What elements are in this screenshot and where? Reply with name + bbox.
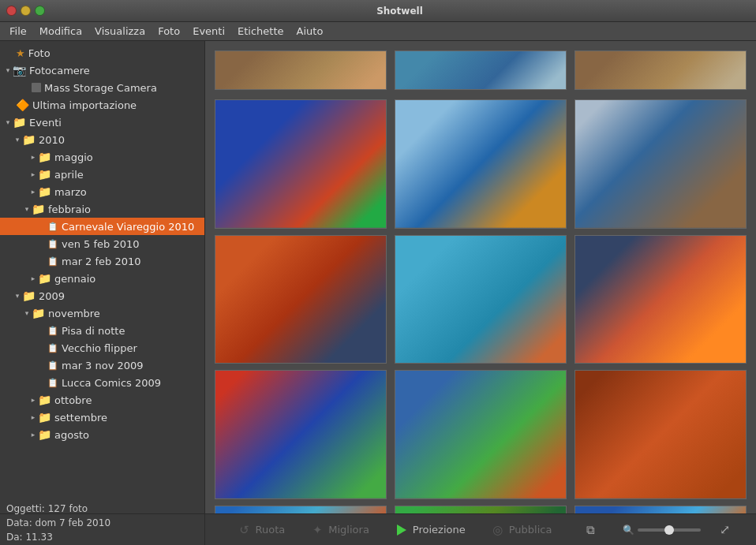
- folder-ottobre-icon: 📁: [38, 394, 51, 406]
- sidebar-item-gennaio[interactable]: 📁 gennaio: [0, 270, 204, 287]
- sidebar-item-maggio[interactable]: 📁 maggio: [0, 148, 204, 166]
- sidebar-item-2010[interactable]: 📁 2010: [0, 131, 204, 148]
- status-tools: ↺ Ruota ✦ Migliora Proiezione ◎ Pubblica…: [205, 521, 756, 539]
- toggle-fotocamere[interactable]: [3, 66, 13, 74]
- sidebar-item-ven5feb[interactable]: 📋 ven 5 feb 2010: [0, 235, 204, 252]
- sidebar-settembre-label: settembre: [54, 412, 107, 424]
- sidebar-item-eventi[interactable]: 📁 Eventi: [0, 114, 204, 131]
- photo-top-1[interactable]: [215, 50, 387, 90]
- foto-icon: ★: [16, 47, 25, 59]
- photo-bottom-1[interactable]: [215, 506, 387, 514]
- toggle-marzo[interactable]: [28, 188, 38, 196]
- photo-thumb-1[interactable]: [215, 99, 387, 229]
- enhance-button[interactable]: ✦ Migliora: [304, 521, 376, 539]
- toggle-aprile[interactable]: [28, 170, 38, 178]
- eventi-icon: 📁: [13, 116, 26, 129]
- photo-top-2[interactable]: [395, 50, 567, 90]
- sidebar-mass-storage-label: Mass Storage Camera: [44, 82, 157, 94]
- photo-area[interactable]: [205, 41, 756, 513]
- photo-thumb-6[interactable]: [574, 235, 747, 364]
- sidebar-item-ottobre[interactable]: 📁 ottobre: [0, 391, 204, 409]
- titlebar: Shotwell: [0, 0, 756, 22]
- menu-etichette[interactable]: Etichette: [231, 24, 290, 39]
- toggle-settembre[interactable]: [28, 413, 38, 421]
- photo-thumb-7[interactable]: [215, 370, 387, 499]
- menu-modifica[interactable]: Modifica: [33, 24, 88, 39]
- copy-icon: ⧉: [583, 523, 597, 537]
- sidebar-item-marzo[interactable]: 📁 marzo: [0, 183, 204, 200]
- menu-foto[interactable]: Foto: [152, 24, 186, 39]
- sidebar-mar3nov-label: mar 3 nov 2009: [62, 360, 144, 371]
- photo-bottom-2[interactable]: [395, 506, 567, 514]
- sidebar-item-aprile[interactable]: 📁 aprile: [0, 166, 204, 183]
- sidebar-item-ultima-importazione[interactable]: 🔶 Ultima importazione: [0, 96, 204, 114]
- window-controls[interactable]: [6, 6, 45, 16]
- folder-2010-icon: 📁: [22, 133, 36, 146]
- slideshow-button[interactable]: Proiezione: [388, 521, 472, 539]
- sidebar-item-2009[interactable]: 📁 2009: [0, 287, 204, 304]
- toggle-maggio[interactable]: [28, 153, 38, 161]
- photo-top-3[interactable]: [574, 50, 747, 90]
- sidebar-item-novembre[interactable]: 📁 novembre: [0, 304, 204, 322]
- sidebar-item-mass-storage[interactable]: Mass Storage Camera: [0, 79, 204, 96]
- fullscreen-button[interactable]: ⤢: [720, 522, 730, 537]
- zoom-thumb[interactable]: [664, 525, 674, 535]
- status-info: Oggetti: 127 foto Data: dom 7 feb 2010 D…: [0, 514, 205, 545]
- rotate-button[interactable]: ↺ Ruota: [231, 521, 292, 539]
- toggle-agosto[interactable]: [28, 431, 38, 439]
- slideshow-label: Proiezione: [413, 524, 466, 536]
- photo-thumb-8[interactable]: [395, 370, 567, 499]
- menu-aiuto[interactable]: Aiuto: [290, 24, 330, 39]
- photo-thumb-3[interactable]: [574, 99, 747, 229]
- photo-thumb-4[interactable]: [215, 235, 387, 364]
- copy-button[interactable]: ⧉: [577, 521, 604, 539]
- folder-settembre-icon: 📁: [38, 411, 51, 424]
- sidebar-item-pisa[interactable]: 📋 Pisa di notte: [0, 322, 204, 339]
- close-button[interactable]: [6, 6, 17, 16]
- event-vecchio-icon: 📋: [47, 343, 58, 353]
- sidebar-item-settembre[interactable]: 📁 settembre: [0, 409, 204, 426]
- toggle-novembre[interactable]: [22, 309, 32, 317]
- sidebar-item-mar3nov[interactable]: 📋 mar 3 nov 2009: [0, 356, 204, 374]
- photo-bottom-3[interactable]: [574, 506, 747, 514]
- zoom-slider[interactable]: [638, 528, 701, 532]
- toggle-2009[interactable]: [13, 292, 22, 300]
- sidebar-item-vecchio[interactable]: 📋 Vecchio flipper: [0, 339, 204, 356]
- sidebar-item-febbraio[interactable]: 📁 febbraio: [0, 200, 204, 218]
- folder-2009-icon: 📁: [22, 289, 36, 302]
- photo-thumb-9[interactable]: [574, 370, 747, 499]
- maximize-button[interactable]: [35, 6, 45, 16]
- sidebar-maggio-label: maggio: [54, 151, 93, 163]
- sidebar-item-fotocamere[interactable]: 📷 Fotocamere: [0, 62, 204, 79]
- main-layout: ★ Foto 📷 Fotocamere Mass Storage Camera …: [0, 41, 756, 513]
- sidebar-item-agosto[interactable]: 📁 agosto: [0, 426, 204, 443]
- folder-gennaio-icon: 📁: [38, 272, 51, 285]
- toggle-eventi[interactable]: [3, 118, 13, 126]
- from-label: Da:: [6, 532, 23, 543]
- publish-icon: ◎: [491, 523, 505, 537]
- sidebar-item-mar2feb[interactable]: 📋 mar 2 feb 2010: [0, 252, 204, 270]
- sidebar-foto-label: Foto: [28, 47, 51, 59]
- minimize-button[interactable]: [21, 6, 31, 16]
- toggle-gennaio[interactable]: [28, 274, 38, 282]
- import-icon: 🔶: [16, 99, 29, 111]
- menu-file[interactable]: File: [3, 24, 33, 39]
- toggle-2010[interactable]: [13, 136, 22, 144]
- objects-label: Oggetti:: [6, 503, 45, 514]
- sidebar-item-lucca[interactable]: 📋 Lucca Comics 2009: [0, 374, 204, 391]
- sidebar-2010-label: 2010: [39, 134, 65, 146]
- sidebar-item-foto[interactable]: ★ Foto: [0, 44, 204, 62]
- photo-thumb-2[interactable]: [395, 99, 567, 229]
- event-carnevale-icon: 📋: [47, 222, 58, 232]
- menu-visualizza[interactable]: Visualizza: [88, 24, 152, 39]
- sidebar-item-carnevale[interactable]: 📋 Carnevale Viareggio 2010: [0, 218, 204, 235]
- fotocamere-icon: 📷: [13, 64, 26, 77]
- menu-eventi[interactable]: Eventi: [186, 24, 231, 39]
- status-from: Da: 11.33: [6, 530, 198, 544]
- photo-row-1: [211, 96, 750, 232]
- zoom-out-icon: 🔍: [623, 524, 634, 536]
- photo-thumb-5[interactable]: [395, 235, 567, 364]
- toggle-ottobre[interactable]: [28, 396, 38, 404]
- toggle-febbraio[interactable]: [22, 205, 32, 213]
- publish-button[interactable]: ◎ Pubblica: [485, 521, 559, 539]
